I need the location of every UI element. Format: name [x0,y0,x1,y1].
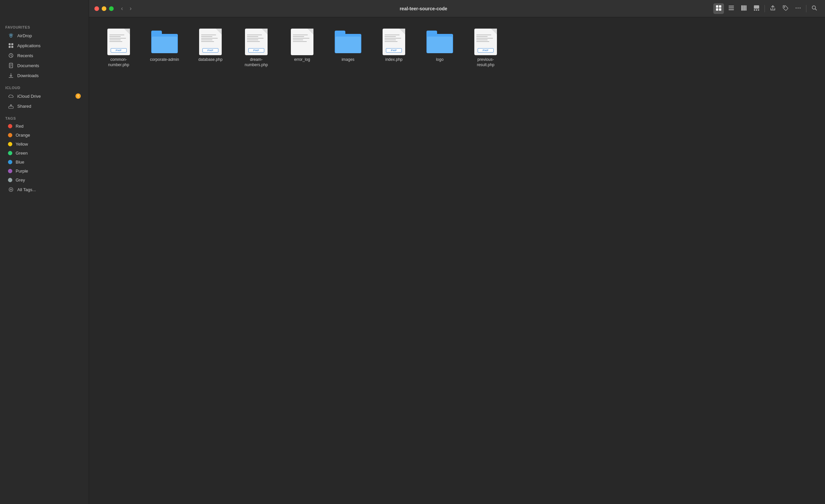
more-options-button[interactable] [793,3,803,14]
file-item-index-php[interactable]: PHP index.php [372,25,416,70]
file-item-database-php[interactable]: PHP database.php [189,25,232,70]
search-button[interactable] [809,3,820,14]
view-gallery-button[interactable] [751,3,762,14]
svg-rect-3 [9,46,11,48]
sidebar-item-yellow[interactable]: Yellow [3,140,86,148]
svg-rect-11 [9,106,13,109]
file-icon: PHP [243,28,270,55]
file-name: error_log [294,57,310,63]
svg-rect-26 [754,5,759,9]
tags-section-label: Tags [0,114,89,122]
applications-icon [8,43,14,49]
tag-button[interactable] [780,3,791,14]
sidebar-item-label: Purple [16,168,28,173]
airdrop-icon [8,32,14,39]
icloud-section-label: iCloud [0,83,89,91]
file-item-corporate-admin[interactable]: corporate-admin [143,25,186,70]
sidebar-item-downloads[interactable]: Downloads [3,71,86,80]
sidebar-item-green[interactable]: Green [3,149,86,157]
toolbar-separator [764,5,765,12]
sidebar-item-label: All Tags... [17,187,36,192]
tag-dot-orange [8,133,12,137]
shared-icon [8,103,14,109]
sidebar-item-label: Orange [16,133,30,138]
documents-icon [8,63,14,69]
svg-rect-1 [9,43,11,45]
file-icon: PHP [197,28,224,55]
svg-rect-23 [741,5,743,11]
traffic-lights [94,6,114,11]
file-name: images [342,57,355,63]
file-name: common-number.php [108,57,129,68]
tag-dot-blue [8,160,12,164]
svg-point-32 [798,7,799,8]
view-columns-button[interactable] [739,3,749,14]
file-item-logo[interactable]: logo [418,25,461,70]
tag-dot-grey [8,178,12,182]
svg-rect-22 [729,9,734,10]
tag-dot-purple [8,169,12,173]
sidebar-item-label: iCloud Drive [17,94,72,99]
sidebar: Favourites AirDrop Applications [0,0,89,504]
view-list-button[interactable] [726,3,737,14]
tag-dot-green [8,151,12,155]
tag-dot-yellow [8,142,12,146]
sidebar-item-documents[interactable]: Documents [3,61,86,70]
maximize-button[interactable] [109,6,114,11]
sidebar-item-orange[interactable]: Orange [3,131,86,139]
file-icon [289,28,315,55]
svg-rect-17 [719,5,721,8]
sidebar-item-label: Recents [17,53,33,58]
file-item-common-number-php[interactable]: PHP common-number.php [97,25,140,70]
svg-rect-4 [11,46,13,48]
share-button[interactable] [767,3,778,14]
minimize-button[interactable] [102,6,106,11]
sidebar-item-airdrop[interactable]: AirDrop [3,31,86,40]
svg-point-34 [812,6,816,9]
sidebar-item-label: Green [16,151,27,156]
file-name: dream-numbers.php [245,57,268,68]
file-item-images[interactable]: images [326,25,370,70]
sidebar-item-label: Downloads [17,73,39,78]
sidebar-item-all-tags[interactable]: All Tags... [3,185,86,194]
path-title: real-teer-source-code [136,6,710,11]
file-icon [335,28,361,55]
svg-rect-18 [716,8,718,11]
file-item-dream-numbers-php[interactable]: PHP dream-numbers.php [235,25,278,70]
svg-point-30 [784,6,785,7]
back-button[interactable]: ‹ [119,4,125,13]
main-content: ‹ › real-teer-source-code [89,0,825,504]
file-name: corporate-admin [150,57,179,63]
sidebar-item-red[interactable]: Red [3,122,86,130]
sidebar-item-blue[interactable]: Blue [3,158,86,166]
svg-rect-28 [756,9,757,11]
sidebar-item-label: Applications [17,43,41,48]
file-item-previous-result-php[interactable]: PHP previous-result.php [464,25,507,70]
sidebar-item-label: Grey [16,177,25,183]
toolbar-separator-2 [806,5,806,12]
sidebar-item-purple[interactable]: Purple [3,167,86,175]
sidebar-item-shared[interactable]: Shared [3,101,86,111]
svg-point-33 [800,7,801,8]
forward-button[interactable]: › [128,4,134,13]
svg-point-31 [796,7,797,8]
file-icon: PHP [472,28,499,55]
tag-dot-red [8,124,12,128]
close-button[interactable] [94,6,99,11]
toolbar: ‹ › real-teer-source-code [89,0,825,17]
file-name: database.php [199,57,223,63]
icloud-icon [8,93,14,99]
sidebar-item-recents[interactable]: Recents [3,51,86,60]
sidebar-item-icloud-drive[interactable]: iCloud Drive ! [3,91,86,101]
sidebar-item-applications[interactable]: Applications [3,41,86,50]
file-icon: PHP [105,28,132,55]
sidebar-item-label: Yellow [16,142,28,147]
file-item-error-log[interactable]: error_log [281,25,324,70]
svg-line-35 [815,9,817,10]
sidebar-item-grey[interactable]: Grey [3,176,86,184]
sidebar-item-label: Blue [16,160,24,164]
file-icon [427,28,453,55]
svg-rect-29 [758,9,759,11]
view-grid-button[interactable] [713,3,724,14]
downloads-icon [8,72,14,78]
